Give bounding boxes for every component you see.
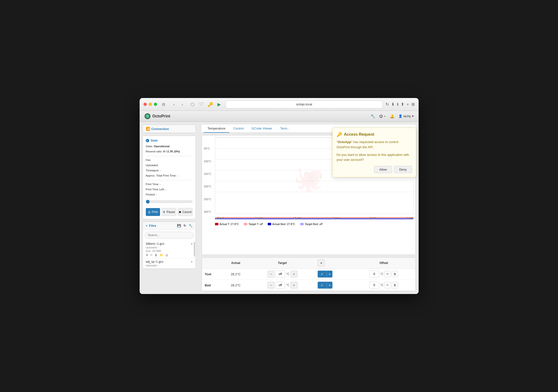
legend-color-lightblue [300,223,304,225]
tool-actual: 28.2°C [222,269,250,280]
tool-row: Tool 28.2°C − °C + [202,269,415,280]
file1-expand[interactable]: ▾ [191,242,193,245]
bed-row: Bed 28.2°C − °C + [202,280,415,291]
sidebar-toggle[interactable]: ⊟ [160,101,167,108]
tool-offset-edit[interactable]: ✏ [384,271,391,277]
progress-bar[interactable] [146,200,193,204]
tool-offset-delete[interactable]: 🗑 [392,271,398,277]
cut-file-icon[interactable]: ✂ [150,253,153,257]
tab-gcode-viewer[interactable]: GCode Viewer [247,125,276,133]
user-menu[interactable]: 👤 lachy ▾ [398,114,413,118]
bed-target-minus[interactable]: − [267,282,274,289]
new-tab-icon[interactable]: + [407,102,409,107]
files-search-input[interactable] [145,232,194,239]
forward-button[interactable]: › [179,101,186,108]
pause-button[interactable]: ⏸ Pause [162,208,176,216]
nav-buttons: ‹ › [170,101,186,108]
files-header: ≡ Files 💾 ↻ 🔧 [143,222,196,230]
files-icons: 💾 ↻ 🔧 [177,224,193,228]
files-scrollbar[interactable] [194,242,195,257]
octoprint-logo[interactable]: OctoPrint [145,113,170,119]
user-dropdown-icon: ▾ [412,114,414,118]
tabs-icon[interactable]: ⊞ [411,102,415,107]
allow-button[interactable]: Allow [374,166,392,173]
url-text: octopi.local [296,102,312,106]
action-buttons: 🖨 Print ⏸ Pause ⏹ Cancel [146,208,193,216]
url-bar[interactable]: octopi.local [226,100,383,108]
x-label-7: - 7 min [368,217,377,220]
bed-offset-delete[interactable]: 🗑 [392,282,398,288]
print-file-icon[interactable]: 🖨 [165,253,168,257]
tab-terminal[interactable]: Term... [276,125,294,133]
refresh-files-icon[interactable]: ↻ [183,224,186,228]
x-label-2: - 2 min [405,217,413,220]
key-icon: 🔑 [337,132,342,137]
file-item-2: adj_sp~1.gco ▾ Uploaded: - [143,259,196,269]
usb-icon[interactable]: 💾 [177,224,181,228]
shield-icon[interactable]: 🛡 [198,101,205,108]
minimize-button[interactable] [149,103,152,106]
share-icon[interactable]: ⬆ [401,102,404,107]
tool-target-plus[interactable]: + [291,271,297,278]
tool-target-input[interactable] [275,271,285,278]
notifications-icon[interactable]: 🔔 [390,114,394,118]
settings-icon[interactable]: 🔧 [371,114,375,118]
y-label-200: 200°C [204,185,215,188]
print-button[interactable]: 🖨 Print [146,208,160,216]
info-icon[interactable]: ℹ [397,102,398,107]
cancel-button[interactable]: ⏹ Cancel [178,208,193,216]
print-time-row: Print Time: - [146,182,193,186]
files-label: Files [149,224,156,228]
legend-color-pink [244,223,247,225]
download-icon[interactable]: ⬇ [391,102,394,107]
target-dropdown-btn[interactable]: ▾ [318,260,325,266]
file1-size: Size: 26.5MB [146,249,193,252]
tool-confirm-btn[interactable]: ✓ [318,271,327,278]
download-file-icon[interactable]: ⬇ [146,253,148,257]
bed-target: − °C + [250,280,315,291]
y-label-100: 100°C [204,160,215,163]
bed-confirm-btn[interactable]: ✓ [318,282,327,289]
power-menu[interactable]: ⏻ ▾ [379,114,386,118]
x-label-27: - 27 min [215,217,225,220]
bed-confirm-down[interactable]: ▾ [327,282,332,289]
bed-offset-edit[interactable]: ✏ [384,282,391,288]
popup-title-text: Access Request [344,132,375,137]
main-content: 📶 Connection i State State: Operational [140,122,419,294]
close-button[interactable] [144,103,147,106]
password-icon[interactable]: 🔑 [207,101,214,108]
tool-confirm-down[interactable]: ▾ [327,271,332,278]
tool-confirm-group: ✓ ▾ [318,271,349,278]
files-list: 3dbenc~1.gco ▾ Uploaded: - Size: 26.5MB … [143,241,196,269]
tool-offset-input[interactable] [369,271,379,278]
back-button[interactable]: ‹ [170,101,178,108]
tool-target-unit: °C [286,272,289,276]
bed-target-plus[interactable]: + [291,282,297,289]
wrench-files-icon[interactable]: 🔧 [189,224,193,228]
username: lachy [403,114,411,118]
octoprint-logo-icon [145,113,150,119]
refresh-icon[interactable]: ↻ [386,102,389,107]
maximize-button[interactable] [154,103,157,106]
bed-target-input[interactable] [275,282,285,289]
delete-file-icon[interactable]: 🗑 [155,253,158,257]
file2-expand[interactable]: ▾ [191,260,193,263]
resend-value: 0 / 2.7K (0%) [163,150,180,153]
tool-target-minus[interactable]: − [267,271,274,278]
col-header-name [202,258,222,269]
file1-uploaded: Uploaded: - [146,246,193,249]
legend-color-blue [268,223,271,225]
popup-app-name: OctoApp [338,140,351,144]
col-header-offset: Offset [352,258,415,269]
legend-target-bed-label: Target Bed: off [305,223,323,226]
extensions-icon[interactable]: ⬡ [189,101,196,108]
popup-body: "OctoApp" has requested access to contro… [337,140,412,150]
deny-button[interactable]: Deny [394,166,412,173]
bed-offset-input[interactable] [369,282,379,289]
stop-icon: ⏹ [179,210,181,214]
tab-temperature[interactable]: Temperature [204,125,230,133]
tool-target: − °C + [250,269,315,280]
play-icon[interactable]: ▶ [216,101,223,108]
folder-file-icon[interactable]: 📁 [160,253,163,257]
tab-control[interactable]: Control [229,125,247,133]
